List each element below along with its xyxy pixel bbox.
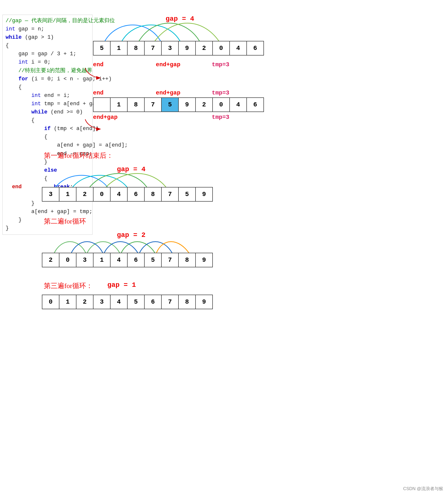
cell-2: 8	[127, 41, 145, 55]
cell-1: 1	[110, 97, 128, 112]
d2-tmp-label: tmp=3	[212, 61, 229, 68]
cell-6: 2	[195, 41, 213, 55]
array-diagram3: 187592046	[93, 97, 264, 112]
cell-8: 8	[178, 253, 196, 267]
code-line-24: a[end + gap] = tmp;	[6, 208, 89, 216]
cell-8: 4	[229, 97, 247, 112]
section2-title: 第二遍for循环	[44, 217, 86, 226]
code-line-15: {	[6, 133, 89, 141]
kw-int2: int	[18, 59, 28, 65]
cell-4: 5	[161, 97, 179, 112]
d3-tmp-label: tmp=3	[212, 90, 229, 96]
code-panel: //gap — 代表间距/间隔，目的是让元素归位 int gap = n; wh…	[2, 14, 93, 235]
array-diagram6: 2031465789	[42, 253, 213, 267]
code-line-9: {	[6, 83, 89, 92]
code-line-13: {	[6, 116, 89, 125]
code-line-12: while (end >= 0)	[6, 108, 89, 116]
arrow-diagram2: 5187392046	[83, 66, 102, 80]
cell-5: 6	[127, 187, 145, 202]
code-line-3: while (gap > 1)	[6, 33, 89, 42]
cell-1: 1	[110, 41, 128, 55]
credit-text: CSDN @流浪者与猴	[403, 486, 443, 492]
code-line-8: for (i = 0; i < n - gap; i++)	[6, 75, 89, 83]
cell-3: 1	[93, 253, 110, 267]
kw-while: while	[6, 34, 22, 41]
cell-0	[93, 97, 110, 112]
section3-header: 第三遍for循环： gap = 1	[44, 281, 136, 290]
cell-4: 4	[110, 187, 128, 202]
cell-7: 7	[161, 295, 179, 309]
cell-6: 8	[144, 187, 162, 202]
cell-5: 6	[127, 253, 145, 267]
cell-3: 0	[93, 187, 110, 202]
cell-2: 2	[76, 295, 94, 309]
array-diagram7: 0123456789	[42, 295, 213, 309]
cell-1: 1	[59, 295, 76, 309]
cell-0: 3	[42, 187, 59, 202]
kw-int3: int	[31, 93, 41, 99]
cell-4: 4	[110, 295, 128, 309]
cell-3: 7	[144, 41, 162, 55]
kw-int4: int	[31, 101, 41, 107]
code-line-14: if (tmp < a[end])	[6, 125, 89, 133]
kw-if: if	[44, 126, 50, 132]
cell-6: 6	[144, 295, 162, 309]
cell-5: 9	[178, 97, 196, 112]
cell-7: 7	[161, 253, 179, 267]
cell-8: 4	[229, 41, 247, 55]
kw-while2: while	[31, 109, 47, 115]
cell-9: 9	[195, 253, 213, 267]
cell-0: 5	[93, 41, 110, 55]
cell-7: 7	[161, 187, 179, 202]
cell-2: 2	[76, 187, 94, 202]
code-line-2: int gap = n;	[6, 25, 89, 33]
d2-endgap-label: end+gap	[156, 61, 180, 68]
code-line-6: int i = 0;	[6, 58, 89, 67]
cell-4: 3	[161, 41, 179, 55]
cell-1: 0	[59, 253, 76, 267]
code-line-11: int tmp = a[end + gap];	[6, 100, 89, 108]
cell-6: 2	[195, 97, 213, 112]
code-line-1: //gap — 代表间距/间隔，目的是让元素归位	[6, 17, 89, 25]
array-diagram1: 5187392046	[93, 41, 264, 55]
kw-int: int	[6, 26, 15, 32]
arrow-diagram4: 3187592046	[83, 117, 102, 131]
code-line-10: int end = i;	[6, 92, 89, 100]
cell-3: 7	[144, 97, 162, 112]
cell-8: 5	[178, 187, 196, 202]
d3-endgap-label: end+gap	[156, 90, 180, 96]
cell-9: 9	[195, 295, 213, 309]
code-line-16: a[end + gap] = a[end];	[6, 141, 89, 150]
cell-3: 3	[93, 295, 110, 309]
code-line-5: gap = gap / 3 + 1;	[6, 50, 89, 58]
cell-5: 5	[127, 295, 145, 309]
section3-gap: gap = 1	[107, 281, 136, 290]
cell-6: 5	[144, 253, 162, 267]
kw-for: for	[18, 76, 28, 82]
code-line-4: {	[6, 42, 89, 50]
cell-5: 9	[178, 41, 196, 55]
cell-7: 0	[212, 41, 230, 55]
cell-0: 2	[42, 253, 59, 267]
code-line-7: //特别主要i的范围，避免越界	[6, 67, 89, 75]
cell-4: 4	[110, 253, 128, 267]
cell-7: 0	[212, 97, 230, 112]
d3-end-label: end	[93, 90, 104, 96]
cell-8: 8	[178, 295, 196, 309]
cell-1: 1	[59, 187, 76, 202]
section3-title: 第三遍for循环：	[44, 281, 93, 290]
section1-title: 第一遍for循环结束后：	[44, 151, 113, 160]
array-diagram5: 3120468759	[42, 187, 213, 202]
cell-9: 6	[246, 41, 264, 55]
d4-tmp-label: tmp=3	[212, 114, 229, 121]
cell-2: 3	[76, 253, 94, 267]
cell-9: 9	[195, 187, 213, 202]
cell-2: 8	[127, 97, 145, 112]
cell-0: 0	[42, 295, 59, 309]
cell-9: 6	[246, 97, 264, 112]
